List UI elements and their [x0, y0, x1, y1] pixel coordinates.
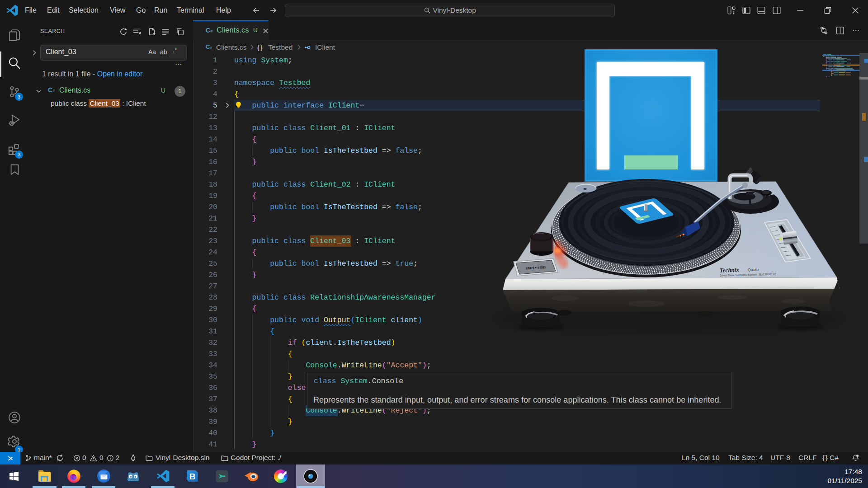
- svg-text:Quartz: Quartz: [748, 267, 760, 272]
- svg-text:Technix: Technix: [720, 267, 740, 274]
- svg-text:B: B: [189, 472, 196, 481]
